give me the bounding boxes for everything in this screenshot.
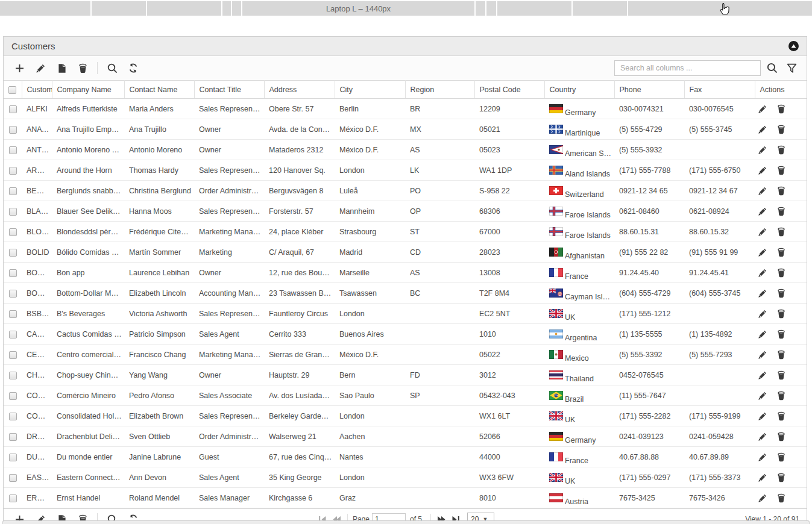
edit-row-button[interactable] bbox=[758, 370, 767, 380]
edit-row-button[interactable] bbox=[758, 227, 767, 237]
row-checkbox[interactable] bbox=[9, 146, 17, 154]
row-checkbox[interactable] bbox=[9, 290, 17, 298]
table-row-ERNSH[interactable]: ERNSHErnst HandelRoland MendelSales Mana… bbox=[4, 488, 807, 508]
column-header-customer[interactable]: Customer bbox=[22, 81, 52, 99]
row-checkbox[interactable] bbox=[9, 351, 17, 359]
delete-row-button[interactable] bbox=[776, 166, 786, 175]
row-checkbox[interactable] bbox=[9, 167, 17, 175]
delete-row-button[interactable] bbox=[776, 207, 786, 216]
delete-row-button[interactable] bbox=[776, 493, 786, 503]
device-size-button[interactable] bbox=[92, 1, 146, 16]
edit-row-button[interactable] bbox=[758, 432, 767, 441]
row-checkbox[interactable] bbox=[9, 454, 17, 461]
table-row-CONSH[interactable]: CONSHConsolidated HoldingsElizabeth Brow… bbox=[4, 406, 807, 426]
edit-row-button[interactable] bbox=[758, 166, 767, 175]
reload-grid-button[interactable] bbox=[125, 60, 142, 76]
table-row-EASTC[interactable]: EASTCEastern ConnectionAnn DevonSales Ag… bbox=[4, 467, 807, 488]
column-header-postal-code[interactable]: Postal Code bbox=[474, 81, 544, 99]
table-row-COMMI[interactable]: COMMIComércio MineiroPedro AfonsoSales A… bbox=[4, 385, 807, 406]
delete-row-button[interactable] bbox=[776, 186, 786, 196]
table-row-BONAP[interactable]: BONAPBon appLaurence LebihanOwner12, rue… bbox=[4, 263, 807, 283]
row-checkbox[interactable] bbox=[9, 331, 17, 338]
edit-row-button[interactable] bbox=[758, 452, 767, 462]
column-header-contact-name[interactable]: Contact Name bbox=[124, 81, 194, 99]
table-row-ANATR[interactable]: ANATRAna Trujillo Emparedados y heladosA… bbox=[4, 119, 807, 140]
column-header-country[interactable]: Country bbox=[544, 81, 614, 99]
column-header-phone[interactable]: Phone bbox=[614, 81, 684, 99]
table-row-ANTON[interactable]: ANTONAntonio Moreno TaqueríaAntonio More… bbox=[4, 140, 807, 160]
delete-row-button[interactable] bbox=[776, 452, 786, 462]
search-records-button[interactable] bbox=[104, 60, 121, 76]
delete-record-button[interactable] bbox=[74, 60, 91, 76]
row-checkbox[interactable] bbox=[9, 392, 17, 400]
row-checkbox[interactable] bbox=[9, 310, 17, 318]
delete-row-button[interactable] bbox=[776, 227, 786, 237]
device-size-button[interactable] bbox=[147, 1, 221, 16]
delete-row-button[interactable] bbox=[776, 248, 786, 257]
delete-row-button[interactable] bbox=[776, 473, 786, 482]
column-header-fax[interactable]: Fax bbox=[684, 81, 755, 99]
table-row-BOLID[interactable]: BOLIDBólido Comidas preparadasMartín Som… bbox=[4, 242, 807, 263]
table-row-BSBEV[interactable]: BSBEVB's BeveragesVictoria AshworthSales… bbox=[4, 304, 807, 324]
table-row-BOTTM[interactable]: BOTTMBottom-Dollar MarketsElizabeth Linc… bbox=[4, 283, 807, 304]
table-row-CACTU[interactable]: CACTUCactus Comidas para llevarPatricio … bbox=[4, 324, 807, 345]
row-checkbox[interactable] bbox=[9, 269, 17, 277]
search-input[interactable] bbox=[614, 60, 761, 76]
table-row-BERGS[interactable]: BERGSBerglunds snabbköpChristina Berglun… bbox=[4, 181, 807, 201]
delete-row-button[interactable] bbox=[776, 125, 786, 134]
row-checkbox[interactable] bbox=[9, 126, 17, 134]
edit-row-button[interactable] bbox=[758, 329, 767, 339]
edit-row-button[interactable] bbox=[758, 248, 767, 257]
delete-row-button[interactable] bbox=[776, 104, 786, 114]
device-size-button[interactable] bbox=[628, 1, 812, 16]
table-row-DUMON[interactable]: DUMONDu monde entierJanine LabruneGuest6… bbox=[4, 447, 807, 467]
delete-row-button[interactable] bbox=[776, 391, 786, 401]
edit-row-button[interactable] bbox=[758, 309, 767, 319]
table-row-CHOPS[interactable]: CHOPSChop-suey ChineseYang WangOwnerHaup… bbox=[4, 365, 807, 385]
delete-row-button[interactable] bbox=[776, 145, 786, 155]
table-row-DRACD[interactable]: DRACDDrachenblut DelikatessenSven Ottlie… bbox=[4, 426, 807, 447]
edit-record-button[interactable] bbox=[32, 60, 49, 76]
search-icon[interactable] bbox=[764, 60, 780, 76]
row-checkbox[interactable] bbox=[9, 228, 17, 236]
column-header-actions[interactable]: Actions bbox=[755, 81, 807, 99]
row-checkbox[interactable] bbox=[9, 105, 17, 113]
table-row-BLAUS[interactable]: BLAUSBlauer See DelikatessenHanna MoosSa… bbox=[4, 201, 807, 222]
device-size-button[interactable] bbox=[497, 1, 571, 16]
edit-row-button[interactable] bbox=[758, 350, 767, 360]
device-size-button[interactable] bbox=[476, 1, 485, 16]
row-checkbox[interactable] bbox=[9, 372, 17, 379]
edit-row-button[interactable] bbox=[758, 411, 767, 421]
collapse-panel-button[interactable] bbox=[788, 41, 799, 51]
delete-row-button[interactable] bbox=[776, 432, 786, 441]
table-row-ALFKI[interactable]: ALFKIAlfreds FutterkisteMaria AndersSale… bbox=[4, 99, 807, 119]
edit-row-button[interactable] bbox=[758, 145, 767, 155]
device-size-button[interactable] bbox=[222, 1, 231, 16]
edit-row-button[interactable] bbox=[758, 268, 767, 278]
delete-row-button[interactable] bbox=[776, 350, 786, 360]
row-checkbox[interactable] bbox=[9, 474, 17, 482]
view-record-button[interactable] bbox=[53, 60, 70, 76]
select-all-checkbox[interactable] bbox=[8, 86, 16, 94]
column-header-region[interactable]: Region bbox=[405, 81, 474, 99]
delete-row-button[interactable] bbox=[776, 411, 786, 421]
edit-row-button[interactable] bbox=[758, 289, 767, 298]
edit-row-button[interactable] bbox=[758, 493, 767, 503]
edit-row-button[interactable] bbox=[758, 207, 767, 216]
delete-row-button[interactable] bbox=[776, 370, 786, 380]
row-checkbox[interactable] bbox=[9, 187, 17, 195]
row-checkbox[interactable] bbox=[9, 433, 17, 441]
edit-row-button[interactable] bbox=[758, 473, 767, 482]
delete-row-button[interactable] bbox=[776, 268, 786, 278]
edit-row-button[interactable] bbox=[758, 186, 767, 196]
filter-icon[interactable] bbox=[784, 60, 799, 76]
column-header-company-name[interactable]: Company Name bbox=[52, 81, 124, 99]
table-row-BLONP[interactable]: BLONPBlondesddsl père et filsFrédérique … bbox=[4, 222, 807, 242]
row-checkbox[interactable] bbox=[9, 249, 17, 257]
device-size-button[interactable] bbox=[232, 1, 241, 16]
delete-row-button[interactable] bbox=[776, 309, 786, 319]
delete-row-button[interactable] bbox=[776, 289, 786, 298]
column-header-address[interactable]: Address bbox=[264, 81, 335, 99]
collapsed-panel-strip[interactable] bbox=[2, 520, 810, 524]
device-size-button[interactable] bbox=[0, 1, 90, 16]
